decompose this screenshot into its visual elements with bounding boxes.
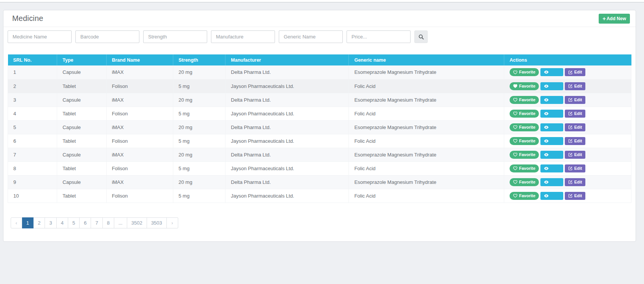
view-button[interactable]: View [540,123,563,131]
view-label: View [550,194,560,198]
view-label: View [550,125,560,129]
brand-name-cell: Folison [106,79,173,93]
type-cell: Tablet [57,107,106,120]
favorite-button[interactable]: Favorite [510,68,539,76]
edit-button[interactable]: Edit [565,96,586,104]
pagination-page-3[interactable]: 3 [45,217,56,228]
strength-cell: 5 mg [173,189,225,203]
barcode-input[interactable] [75,30,139,43]
generic-name-cell: Folic Acid [349,134,504,148]
brand-name-cell: Folison [106,107,173,120]
favorite-button[interactable]: Favorite [510,123,539,131]
view-button[interactable]: View [540,164,563,172]
search-button[interactable] [414,30,428,43]
pagination-page-7[interactable]: 7 [91,217,102,228]
table-row: 1CapsuleiMAX20 mgDelta Pharma Ltd.Esomep… [8,65,631,79]
brand-name-cell: iMAX [106,93,173,107]
pagination-page-3503[interactable]: 3503 [147,217,167,228]
edit-label: Edit [574,70,582,74]
heart-icon [513,166,518,171]
column-header-actions: Actions [504,54,631,65]
manufacturer-cell: Jayson Pharmaceuticals Ltd. [225,161,349,175]
view-button[interactable]: View [540,178,563,186]
srl-cell: 7 [8,148,57,161]
favorite-label: Favorite [519,153,535,157]
pagination-page-5[interactable]: 5 [68,217,80,228]
generic-name-input[interactable] [279,30,343,43]
column-header-strength: Strength [173,54,225,65]
eye-icon [544,193,549,198]
medicine-table: SRL No.TypeBrand NameStrengthManufacture… [8,54,631,203]
favorite-button[interactable]: Favorite [510,82,539,90]
edit-button[interactable]: Edit [565,192,586,200]
brand-name-cell: iMAX [106,175,173,189]
generic-name-cell: Folic Acid [349,107,504,120]
brand-name-cell: iMAX [106,120,173,134]
view-button[interactable]: View [540,110,563,118]
edit-button[interactable]: Edit [565,164,586,172]
edit-button[interactable]: Edit [565,178,586,186]
heart-icon [513,180,518,184]
actions-cell: FavoriteViewEdit [504,161,631,175]
edit-button[interactable]: Edit [565,68,586,76]
view-button[interactable]: View [540,151,563,159]
pagination-page-4[interactable]: 4 [57,217,68,228]
srl-cell: 3 [8,93,57,107]
edit-button[interactable]: Edit [565,137,586,145]
generic-name-cell: Esomeprazole Magnesium Trihydrate [349,148,504,161]
pagination-next[interactable]: › [167,217,178,228]
view-button[interactable]: View [540,68,563,76]
generic-name-cell: Esomeprazole Magnesium Trihydrate [349,120,504,134]
manufacture-input[interactable] [211,30,275,43]
favorite-button[interactable]: Favorite [510,110,539,118]
top-navbar [0,0,644,3]
srl-cell: 9 [8,175,57,189]
view-label: View [550,98,560,102]
edit-icon [568,125,573,129]
favorite-button[interactable]: Favorite [510,192,539,200]
actions-cell: FavoriteViewEdit [504,107,631,120]
favorite-button[interactable]: Favorite [510,178,539,186]
view-button[interactable]: View [540,137,563,145]
view-button[interactable]: View [540,192,563,200]
favorite-button[interactable]: Favorite [510,96,539,104]
view-button[interactable]: View [540,96,563,104]
view-button[interactable]: View [540,82,563,90]
favorite-button[interactable]: Favorite [510,151,539,159]
heart-icon [513,139,518,143]
pagination-prev[interactable]: ‹ [11,217,22,228]
pagination-page-6[interactable]: 6 [80,217,91,228]
favorite-label: Favorite [519,112,535,116]
pagination-ellipsis: ... [114,217,127,228]
edit-button[interactable]: Edit [565,82,586,90]
brand-name-cell: iMAX [106,148,173,161]
edit-button[interactable]: Edit [565,110,586,118]
column-header-brand-name: Brand Name [106,54,173,65]
eye-icon [544,139,549,144]
table-row: 7CapsuleiMAX20 mgDelta Pharma Ltd.Esomep… [8,148,631,161]
pagination-page-8[interactable]: 8 [103,217,114,228]
price-input[interactable] [347,30,411,43]
strength-input[interactable] [143,30,207,43]
medicine-name-input[interactable] [8,30,72,43]
pagination-page-2[interactable]: 2 [34,217,45,228]
edit-button[interactable]: Edit [565,151,586,159]
heart-icon [513,152,518,157]
pagination-page-3502[interactable]: 3502 [127,217,147,228]
column-header-type: Type [57,54,106,65]
pagination: ‹12345678...35023503› [11,217,178,228]
pagination-page-1[interactable]: 1 [22,217,34,228]
heart-icon [513,125,518,129]
add-new-button[interactable]: + Add New [599,14,630,24]
favorite-button[interactable]: Favorite [510,137,539,145]
favorite-button[interactable]: Favorite [510,164,539,172]
favorite-label: Favorite [519,180,535,184]
edit-icon [568,111,573,116]
favorite-label: Favorite [519,98,535,102]
srl-cell: 2 [8,79,57,93]
edit-button[interactable]: Edit [565,123,586,131]
actions-cell: FavoriteViewEdit [504,65,631,79]
actions-cell: FavoriteViewEdit [504,148,631,161]
eye-icon [544,97,549,102]
manufacturer-cell: Delta Pharma Ltd. [225,120,349,134]
